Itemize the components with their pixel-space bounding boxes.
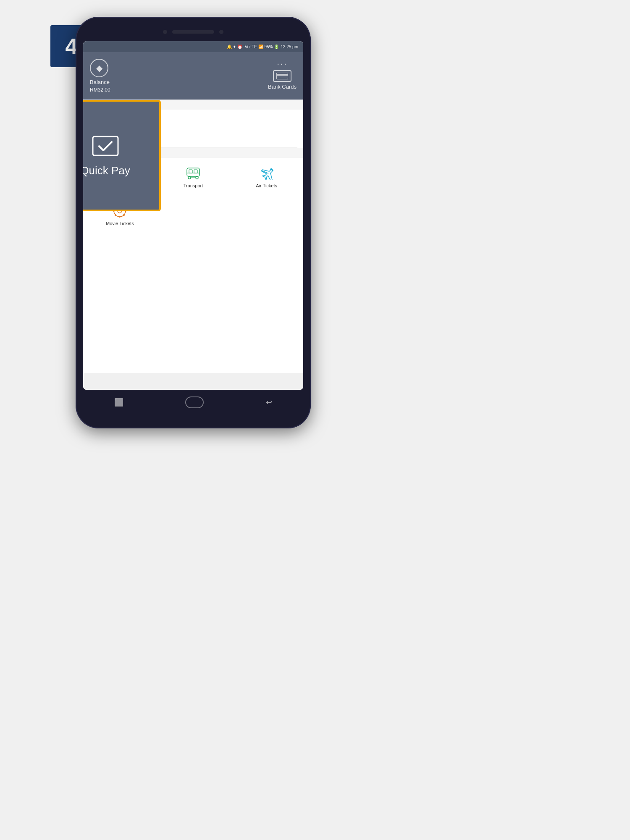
phone-top-bar <box>83 24 303 39</box>
phone-bottom-bar: ⬜ ↩ <box>83 390 303 415</box>
header-bank-cards-section: ··· Bank Cards <box>268 59 297 90</box>
svg-point-11 <box>188 176 191 179</box>
air-tickets-icon <box>259 165 274 181</box>
status-icons: 🔔 ✦ ⏰ VoLTE 📶 95% 🔋 <box>227 45 279 49</box>
status-bar: 🔔 ✦ ⏰ VoLTE 📶 95% 🔋 12:25 pm <box>83 41 303 52</box>
transport-label: Transport <box>184 183 203 188</box>
bank-cards-icon[interactable] <box>273 70 291 82</box>
svg-rect-8 <box>189 170 192 173</box>
app-header: ◆ Balance RM32.00 ··· Bank Cards <box>83 52 303 100</box>
bank-cards-label: Bank Cards <box>268 84 297 90</box>
camera-right <box>219 30 223 34</box>
svg-rect-9 <box>194 170 197 173</box>
back-button[interactable]: ↩ <box>266 398 272 407</box>
movie-tickets-label: Movie Tickets <box>106 221 134 226</box>
speaker <box>172 30 214 34</box>
home-button[interactable] <box>185 396 204 408</box>
more-dots-icon[interactable]: ··· <box>277 59 288 68</box>
svg-point-12 <box>196 176 198 179</box>
menu-item-air-tickets[interactable]: Air Tickets <box>230 158 303 196</box>
bank-card-inner <box>276 73 288 79</box>
balance-label: Balance <box>90 79 110 85</box>
quick-pay-icon <box>91 134 120 158</box>
quick-pay-overlay[interactable]: Quick Pay <box>83 100 161 211</box>
svg-point-18 <box>119 216 121 218</box>
air-tickets-label: Air Tickets <box>256 183 277 188</box>
svg-rect-0 <box>93 136 118 155</box>
balance-icon: ◆ <box>90 59 108 77</box>
app-footer <box>83 373 303 390</box>
recent-apps-button[interactable]: ⬜ <box>114 398 123 407</box>
phone-device: 🔔 ✦ ⏰ VoLTE 📶 95% 🔋 12:25 pm ◆ Balance R… <box>76 17 311 428</box>
header-balance-section: ◆ Balance RM32.00 <box>90 59 110 93</box>
transport-icon <box>186 165 201 181</box>
svg-point-24 <box>123 214 125 216</box>
balance-amount: RM32.00 <box>90 87 110 93</box>
menu-item-transport[interactable]: Transport <box>157 158 230 196</box>
camera-left <box>163 30 167 34</box>
phone-screen: 🔔 ✦ ⏰ VoLTE 📶 95% 🔋 12:25 pm ◆ Balance R… <box>83 41 303 390</box>
quick-pay-label: Quick Pay <box>83 164 130 177</box>
svg-point-23 <box>115 214 116 216</box>
status-time: 12:25 pm <box>281 45 298 49</box>
